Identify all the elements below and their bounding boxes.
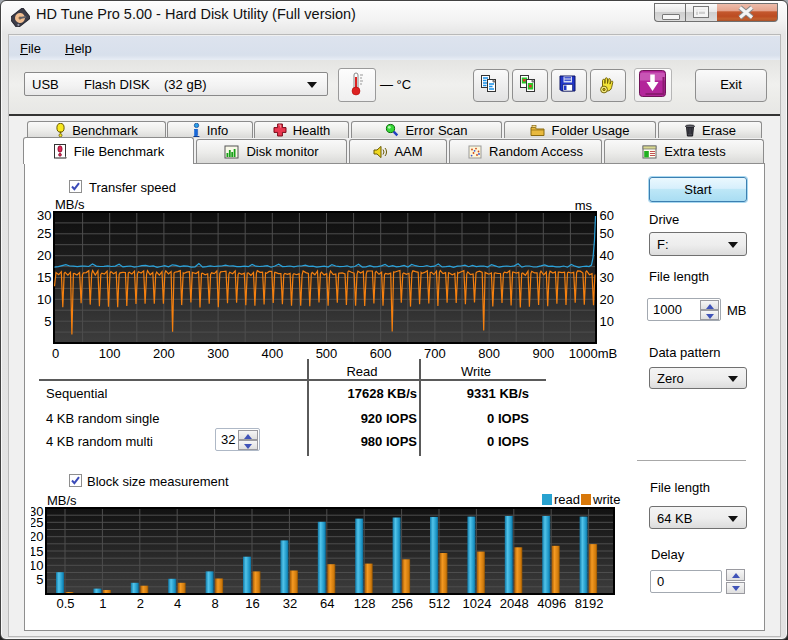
svg-text:25: 25: [31, 515, 44, 530]
svg-text:15: 15: [31, 544, 44, 559]
svg-text:10: 10: [31, 558, 44, 573]
svg-text:200: 200: [153, 346, 175, 361]
svg-text:8: 8: [211, 596, 218, 611]
svg-text:700: 700: [424, 346, 446, 361]
svg-text:64: 64: [320, 596, 334, 611]
svg-text:1024: 1024: [462, 596, 491, 611]
svg-text:0: 0: [52, 346, 59, 361]
svg-text:30: 30: [600, 270, 614, 285]
svg-text:600: 600: [370, 346, 392, 361]
svg-text:read: read: [554, 492, 580, 507]
svg-text:5: 5: [36, 572, 43, 587]
svg-text:1: 1: [99, 596, 106, 611]
svg-text:30: 30: [37, 208, 51, 223]
svg-text:400: 400: [261, 346, 283, 361]
svg-text:20: 20: [31, 529, 44, 544]
svg-text:32: 32: [283, 596, 297, 611]
svg-text:500: 500: [316, 346, 338, 361]
svg-text:900: 900: [532, 346, 554, 361]
svg-text:1000mB: 1000mB: [569, 346, 617, 361]
svg-text:800: 800: [478, 346, 500, 361]
svg-text:16: 16: [245, 596, 259, 611]
svg-text:60: 60: [600, 208, 614, 223]
svg-text:4: 4: [174, 596, 181, 611]
svg-text:40: 40: [600, 248, 614, 263]
svg-text:5: 5: [44, 314, 51, 329]
svg-text:10: 10: [600, 314, 614, 329]
svg-text:8192: 8192: [575, 596, 604, 611]
svg-text:50: 50: [600, 226, 614, 241]
svg-text:0.5: 0.5: [56, 596, 74, 611]
svg-text:MB/s: MB/s: [47, 493, 77, 508]
svg-text:2048: 2048: [500, 596, 529, 611]
svg-text:MB/s: MB/s: [55, 197, 85, 212]
svg-text:100: 100: [99, 346, 121, 361]
svg-text:128: 128: [354, 596, 376, 611]
svg-text:write: write: [592, 492, 620, 507]
svg-text:20: 20: [600, 292, 614, 307]
svg-text:300: 300: [207, 346, 229, 361]
svg-text:15: 15: [37, 270, 51, 285]
svg-text:25: 25: [37, 226, 51, 241]
svg-text:ms: ms: [575, 198, 593, 213]
svg-text:512: 512: [429, 596, 451, 611]
svg-text:4096: 4096: [537, 596, 566, 611]
svg-text:20: 20: [37, 248, 51, 263]
svg-text:256: 256: [391, 596, 413, 611]
svg-text:2: 2: [137, 596, 144, 611]
svg-text:10: 10: [37, 292, 51, 307]
